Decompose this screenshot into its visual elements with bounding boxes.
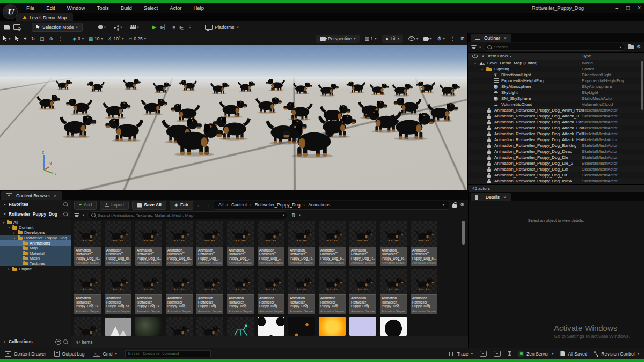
rottweiler-puppy-actor[interactable]	[179, 78, 199, 91]
asset-tile[interactable]: Animation_ Rottweiler_ Puppy_Dog_..Anima…	[166, 269, 193, 314]
outliner-row[interactable]: Animation_Rottweiler_Puppy_Dog_IdleASkel…	[468, 178, 644, 184]
asset-tile[interactable]	[166, 317, 193, 336]
menu-help[interactable]: Help	[187, 3, 210, 13]
outliner-row[interactable]: Animation_Rottweiler_Puppy_Dog_HitSkelet…	[468, 172, 644, 178]
outliner-row[interactable]: Animation_Rottweiler_Puppy_Dog_Die_2Skel…	[468, 160, 644, 166]
record-icon[interactable]	[494, 351, 501, 357]
sort-view-icon[interactable]: ⇅	[291, 212, 296, 218]
rottweiler-puppy-actor[interactable]	[121, 77, 141, 90]
rotate-tool-icon[interactable]: ↻	[31, 36, 35, 41]
save-all-button[interactable]: Save All	[132, 201, 166, 210]
screen-percentage-dropdown[interactable]: ▥ 1▾	[365, 36, 377, 41]
asset-tile[interactable]	[258, 317, 284, 336]
selection-mode-dropdown[interactable]: Selection Mode ▾	[32, 23, 83, 32]
transform-tool-dropdown[interactable]: ▾	[3, 36, 10, 41]
chevron-down-icon[interactable]: ▾	[620, 45, 621, 49]
asset-tile[interactable]	[288, 317, 315, 336]
hourglass-icon[interactable]	[508, 351, 511, 356]
play-options-kebab-icon[interactable]: ⋮	[188, 25, 193, 30]
menu-build[interactable]: Build	[115, 3, 138, 13]
unreal-engine-logo[interactable]: U	[3, 4, 18, 19]
chevron-right-icon[interactable]: ▸	[3, 340, 6, 343]
folder-engine[interactable]: ▸Engine	[0, 266, 71, 271]
viewport-kebab-icon[interactable]: ⋮	[450, 36, 455, 41]
type-column[interactable]: Type	[582, 54, 591, 58]
rottweiler-puppy-actor[interactable]	[346, 79, 368, 93]
asset-tile[interactable]: Animation_ Rottweiler_ Puppy_Dog_Si..Ani…	[105, 269, 131, 314]
asset-tile[interactable]: Animation_ Rottweiler_ Puppy_Dog_Si..Ani…	[74, 269, 101, 314]
asset-tile[interactable]	[380, 317, 407, 336]
rottweiler-puppy-actor[interactable]	[252, 94, 283, 114]
chevron-right-icon[interactable]: ▸	[3, 203, 6, 206]
folder-content[interactable]: ▾Content	[0, 225, 71, 231]
asset-tile[interactable]	[105, 317, 131, 336]
outliner-row[interactable]: Animation_Rottweiler_Puppy_Dog_EatSkelet…	[468, 166, 644, 172]
chevron-down-icon[interactable]: ▾	[299, 213, 301, 217]
save-level-icon[interactable]	[4, 25, 10, 30]
stop-button[interactable]: ■	[172, 25, 175, 30]
outliner-row[interactable]: ▾Level_Demo_Map (Editor)World	[468, 60, 644, 66]
play-button[interactable]: ▶	[152, 24, 157, 30]
outliner-row[interactable]: ☀DirectionalLightDirectionalLight	[468, 72, 644, 78]
search-icon[interactable]	[63, 202, 68, 206]
outliner-row[interactable]: Animation_Rottweiler_Puppy_Dog_BarkingSk…	[468, 143, 644, 149]
outliner-search-input[interactable]	[494, 45, 617, 49]
rottweiler-puppy-actor[interactable]	[316, 82, 340, 97]
surface-snap-dropdown[interactable]: ◈ 0▾	[73, 36, 84, 41]
import-button[interactable]: Import	[100, 201, 129, 210]
asset-tile[interactable]: Animation_ Rottweiler_ Puppy_Dog_Si..Ani…	[135, 269, 162, 314]
zen-server-dropdown[interactable]: Zen Server ▾	[518, 351, 553, 357]
tree-chevron-icon[interactable]: ▾	[8, 226, 11, 229]
scale-snap-dropdown[interactable]: ▱ 0.25▾	[129, 36, 146, 41]
asset-tile[interactable]: Animation_ Rottweiler_ Puppy_Dog_..Anima…	[227, 221, 254, 266]
launch-button[interactable]: ▶̲	[180, 25, 184, 30]
asset-tile[interactable]	[135, 317, 162, 336]
asset-tile[interactable]	[196, 317, 223, 336]
outliner-search-box[interactable]: ▾	[484, 43, 625, 51]
add-collection-icon[interactable]: +	[55, 339, 61, 345]
asset-tile[interactable]: Animation_ Rottweiler_ Puppy_Dog_R..Anim…	[380, 221, 407, 266]
folder-developers[interactable]: ▸Developers	[0, 230, 71, 235]
filter-icon[interactable]	[471, 45, 477, 49]
revision-control-dropdown[interactable]: Revision Control ▾	[594, 351, 639, 357]
tree-chevron-icon[interactable]: ▾	[2, 221, 5, 224]
asset-tile[interactable]: Animation_ Rottweiler_ Puppy_Dog_..Anima…	[319, 269, 346, 314]
asset-tile[interactable]: Animation_ Rottweiler_ Puppy_Dog_..Anima…	[288, 269, 315, 314]
trace-dropdown[interactable]: Trace ▾	[449, 351, 473, 357]
content-settings-icon[interactable]: ⚙	[460, 202, 465, 208]
rottweiler-puppy-actor[interactable]	[86, 79, 107, 92]
visibility-column-icon[interactable]	[472, 54, 478, 58]
breadcrumb-all[interactable]: All	[218, 202, 223, 208]
rottweiler-puppy-actor[interactable]	[164, 118, 225, 157]
cinematics-dropdown[interactable]: ▾	[130, 25, 138, 29]
asset-tile[interactable]: Animation_ Rottweiler_ Puppy_Dog_R..Anim…	[411, 221, 437, 266]
tab-content-browser[interactable]: Content Browser ×	[1, 191, 62, 200]
asset-tile[interactable]: Animation_ Rottweiler_ Puppy_Dog_R..Anim…	[319, 221, 346, 266]
folder-material[interactable]: Material	[0, 251, 71, 256]
asset-search-box[interactable]: ▾	[87, 211, 288, 219]
tool-kebab-icon[interactable]: ⋮	[58, 36, 63, 41]
asset-tile[interactable]: Animation_ Rottweiler_ Puppy_Dog_..Anima…	[349, 269, 376, 314]
rottweiler-puppy-actor[interactable]	[437, 82, 461, 97]
rottweiler-puppy-actor[interactable]	[236, 79, 256, 92]
rottweiler-puppy-actor[interactable]	[385, 108, 436, 141]
chevron-down-icon[interactable]: ▾	[479, 45, 481, 49]
back-icon[interactable]: ←	[196, 202, 202, 208]
search-icon[interactable]	[63, 339, 68, 344]
outliner-row[interactable]: SkyLightSkyLight	[468, 90, 644, 95]
outliner-row[interactable]: SM_SkySphereStaticMeshActor	[468, 95, 644, 101]
close-button[interactable]: ×	[638, 3, 641, 13]
outliner-row[interactable]: Animation_Rottweiler_Puppy_Dog_Attack_Co…	[468, 125, 644, 131]
add-button[interactable]: + Add	[74, 201, 97, 210]
asset-tile[interactable]	[74, 317, 101, 336]
folder-all[interactable]: ▾All	[0, 220, 71, 225]
content-drawer-button[interactable]: Content Drawer	[5, 351, 46, 357]
outliner-row[interactable]: Animation_Rottweiler_Puppy_Dog_Attack_Ha…	[468, 137, 644, 143]
rottweiler-puppy-actor[interactable]	[265, 77, 288, 91]
outliner-row[interactable]: ☁VolumetricCloudVolumetricCloud	[468, 101, 644, 107]
platforms-dropdown[interactable]: Platforms ▾	[205, 25, 239, 30]
menu-actor[interactable]: Actor	[164, 3, 187, 13]
select-icon[interactable]	[15, 36, 19, 41]
folder-mesh[interactable]: Mesh	[0, 256, 71, 261]
breadcrumb-animations[interactable]: Animations	[308, 202, 330, 208]
